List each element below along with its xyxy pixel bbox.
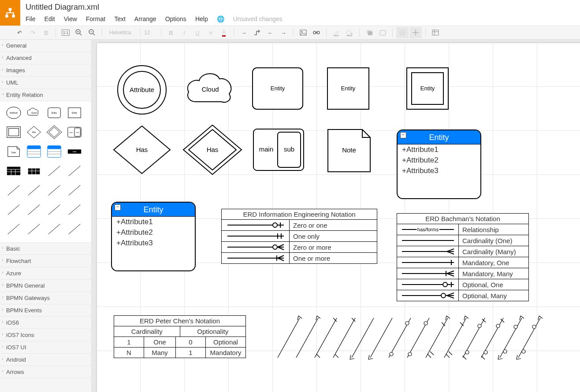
shape-entity-list-1[interactable]: Entity +Attribute1 +Attribute2 +Attribut… — [397, 129, 481, 199]
shape-has-double-diamond[interactable]: Has — [182, 123, 243, 176]
palette-entity-rounded[interactable]: Entity — [45, 104, 63, 122]
grid-button[interactable] — [396, 27, 409, 38]
palette-line-10[interactable] — [65, 201, 84, 218]
palette-has-double-diamond[interactable] — [45, 123, 63, 141]
palette-line-1[interactable] — [45, 162, 63, 180]
erd-ie-table[interactable]: ERD Information Engineering Notation Zer… — [221, 209, 377, 264]
zoom-actual-button[interactable]: 1:1 — [59, 27, 72, 38]
line-start-button[interactable]: ← — [264, 27, 276, 38]
image-button[interactable] — [297, 27, 309, 38]
language-icon[interactable]: 🌐 — [212, 15, 229, 22]
menu-options[interactable]: Options — [161, 14, 191, 24]
palette-line-12[interactable] — [25, 220, 43, 238]
sidebar-cat-images[interactable]: Images — [0, 64, 91, 77]
palette-main-sub[interactable]: mainsub — [65, 123, 84, 141]
palette-entity-framed[interactable] — [4, 123, 23, 141]
sidebar-cat-general[interactable]: General — [0, 40, 91, 52]
menu-text[interactable]: Text — [110, 14, 130, 24]
connection-button[interactable]: → — [238, 27, 250, 38]
palette-line-3[interactable] — [4, 181, 23, 199]
palette-line-8[interactable] — [25, 201, 43, 218]
sidebar-cat-ios6[interactable]: iOS6 — [0, 317, 91, 329]
sidebar-cat-android[interactable]: Android — [0, 354, 91, 366]
app-logo[interactable] — [0, 0, 20, 26]
zoom-in-button[interactable] — [73, 27, 85, 38]
shadow-button[interactable] — [363, 27, 376, 38]
palette-line-9[interactable] — [45, 201, 63, 218]
sidebar-cat-flowchart[interactable]: Flowchart — [0, 255, 91, 267]
delete-button[interactable]: 🗑 — [40, 27, 52, 38]
shape-main-sub[interactable]: mainsub — [252, 128, 305, 172]
menu-arrange[interactable]: Arrange — [130, 14, 161, 24]
palette-cloud[interactable]: Cloud — [25, 104, 43, 122]
erd-bachman-table[interactable]: ERD Bachman's Notation has/formsRelation… — [397, 213, 529, 301]
palette-entity-list-blue[interactable] — [25, 143, 43, 160]
palette-line-11[interactable] — [4, 220, 23, 238]
shape-attribute[interactable]: Attribute — [115, 63, 168, 116]
sidebar-cat-bpmn-events[interactable]: BPMN Events — [0, 304, 91, 317]
palette-has-diamond[interactable]: Has — [25, 123, 43, 141]
palette-table-dark[interactable] — [4, 162, 23, 180]
palette-entity-rect[interactable]: Entity — [65, 104, 84, 122]
svg-point-149 — [390, 352, 393, 356]
sidebar-cat-bpmn-general[interactable]: BPMN General — [0, 280, 91, 292]
menu-help[interactable]: Help — [191, 14, 212, 24]
underline-button[interactable]: U — [191, 27, 204, 38]
fill-color-button[interactable] — [343, 27, 356, 38]
menu-view[interactable]: View — [59, 14, 82, 24]
guides-button[interactable] — [409, 27, 422, 38]
connector-lines-row[interactable] — [273, 314, 573, 366]
erd-chen-table[interactable]: ERD Peter Chen's Notation CardinalityOpt… — [114, 315, 246, 358]
outline-button[interactable] — [429, 27, 442, 38]
italic-button[interactable]: I — [178, 27, 190, 38]
shape-entity-list-2[interactable]: Entity +Attribute1 +Attribute2 +Attribut… — [111, 202, 196, 271]
shape-entity-rect[interactable]: Entity — [326, 67, 370, 111]
sidebar-cat-arrows[interactable]: Arrows — [0, 366, 91, 378]
redo-button[interactable]: ↷ — [26, 27, 39, 38]
svg-line-148 — [335, 354, 338, 358]
palette-line-6[interactable] — [65, 181, 84, 199]
sidebar-cat-bpmn-gateways[interactable]: BPMN Gateways — [0, 292, 91, 304]
font-family-select[interactable]: Helvetica — [106, 30, 137, 36]
palette-entity-list-blue2[interactable] — [45, 143, 63, 160]
sidebar-cat-ios7-icons[interactable]: iOS7 Icons — [0, 329, 91, 341]
palette-line-2[interactable] — [65, 162, 84, 180]
document-title[interactable]: Untitled Diagram.xml — [26, 0, 580, 14]
palette-line-14[interactable] — [65, 220, 84, 238]
palette-line-4[interactable] — [25, 181, 43, 199]
bold-button[interactable]: B — [165, 27, 177, 38]
sidebar-cat-azure[interactable]: Azure — [0, 267, 91, 280]
shape-has-diamond[interactable]: Has — [111, 123, 173, 176]
shape-entity-rounded[interactable]: Entity — [251, 67, 304, 111]
palette-attribute[interactable]: Attribute — [4, 104, 23, 122]
palette-table-dark-small[interactable] — [25, 162, 43, 180]
link-button[interactable] — [310, 27, 323, 38]
sidebar-cat-advanced[interactable]: Advanced — [0, 52, 91, 64]
shape-cloud[interactable]: Cloud — [182, 67, 239, 111]
align-button[interactable]: ≡ — [204, 27, 217, 38]
palette-line-5[interactable] — [45, 181, 63, 199]
undo-button[interactable]: ↶ — [13, 27, 26, 38]
erd-chen-cell: One — [144, 337, 176, 347]
sidebar-cat-uml[interactable]: UML — [0, 77, 91, 89]
palette-note[interactable]: Note — [4, 143, 23, 160]
sidebar-cat-entity-relation[interactable]: Entity Relation — [0, 89, 91, 101]
canvas-area[interactable]: Attribute Cloud Entity Entity Entity Has… — [92, 40, 580, 392]
font-size-input[interactable]: 12 — [144, 30, 157, 36]
line-end-button[interactable]: → — [277, 27, 290, 38]
shape-entity-framed[interactable]: Entity — [405, 67, 450, 111]
sidebar-cat-ios7-ui[interactable]: iOS7 UI — [0, 341, 91, 354]
sidebar-cat-basic[interactable]: Basic — [0, 243, 91, 255]
palette-line-7[interactable] — [4, 201, 23, 218]
waypoint-button[interactable] — [251, 27, 263, 38]
menu-edit[interactable]: Edit — [40, 14, 59, 24]
stroke-color-button[interactable] — [330, 27, 342, 38]
shape-note[interactable]: Note — [326, 128, 372, 174]
font-color-button[interactable]: A — [218, 27, 230, 38]
palette-line-13[interactable] — [45, 220, 63, 238]
palette-row[interactable]: row — [65, 143, 84, 160]
zoom-out-button[interactable] — [86, 27, 98, 38]
menu-format[interactable]: Format — [82, 14, 110, 24]
rounded-button[interactable] — [376, 27, 389, 38]
menu-file[interactable]: File — [26, 14, 40, 24]
